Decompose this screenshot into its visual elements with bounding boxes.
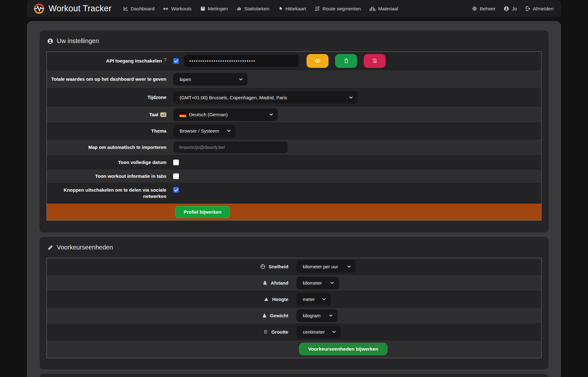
units-panel: Voorkeurseenheden Snelheid kilometer per… <box>40 237 548 369</box>
app-brand[interactable]: Workout Tracker <box>33 3 112 14</box>
distance-unit-select[interactable]: kilometer <box>297 277 339 289</box>
timezone-select[interactable]: (GMT+01:00) Brussels, Copenhagen, Madrid… <box>173 91 358 104</box>
nav-item-statistieken[interactable]: Statistieken <box>236 6 269 12</box>
setting-row-theme: Thema Browser / Systeem <box>47 123 541 139</box>
disable-social-label: Knoppen uitschakelen om te delen via soc… <box>47 187 173 199</box>
user-circle-icon <box>504 6 509 12</box>
dashboard-totals-select[interactable]: lopen <box>173 73 248 85</box>
units-panel-title: Voorkeurseenheden <box>47 244 542 251</box>
chevron-down-icon <box>326 281 334 285</box>
app-logo-icon <box>33 3 45 14</box>
api-key-field[interactable]: •••••••••••••••••••••••••••••• <box>183 54 299 68</box>
size-label: Grootte <box>271 329 288 335</box>
regenerate-api-key-button[interactable] <box>364 54 386 68</box>
nav-item-metingen[interactable]: Metingen <box>200 6 228 12</box>
language-select[interactable]: Deutsch (German) <box>173 108 278 121</box>
nav-item-hittekaart[interactable]: Hittekaart <box>278 6 306 12</box>
chart-line-icon <box>123 6 128 11</box>
theme-label: Thema <box>47 128 173 134</box>
workout-tabs-checkbox[interactable] <box>173 173 179 179</box>
dashboard-totals-label: Totale waardes om op het dashboard weer … <box>47 76 173 82</box>
api-access-checkbox[interactable] <box>173 58 179 64</box>
elevation-unit-select[interactable]: meter <box>297 293 331 306</box>
unit-row-speed: Snelheid kilometer per uur <box>47 258 541 275</box>
update-profile-button[interactable]: Profiel bijwerken <box>175 206 230 218</box>
setting-row-timezone: Tijdzone (GMT+01:00) Brussels, Copenhage… <box>47 88 541 106</box>
nav-item-dashboard[interactable]: Dashboard <box>123 6 155 12</box>
nav-menu: Dashboard Workouts Metingen Statistieken… <box>123 6 398 12</box>
partial-panel <box>40 374 548 377</box>
setting-row-disable-social: Knoppen uitschakelen om te delen via soc… <box>47 183 541 203</box>
workout-tabs-label: Toon workout informatie in tabs <box>47 173 173 179</box>
language-label: TaalA <box>47 112 173 118</box>
settings-table: API toegang inschakelen? •••••••••••••••… <box>46 52 542 221</box>
settings-panel-title: Uw instellingen <box>47 37 542 45</box>
speed-label: Snelheid <box>269 264 288 269</box>
nav-item-route-segmenten[interactable]: Route segmenten <box>315 6 361 12</box>
speed-unit-select[interactable]: kilometer per uur <box>297 260 356 273</box>
show-api-key-button[interactable] <box>307 54 329 68</box>
chevron-down-icon <box>265 112 273 117</box>
clipboard-icon <box>344 58 349 63</box>
units-submit-row: Voorkeurseenheden bijwerken <box>47 340 541 358</box>
svg-text:A: A <box>161 113 163 116</box>
help-icon[interactable]: ? <box>164 57 167 62</box>
chevron-down-icon <box>318 297 326 301</box>
weight-label: Gewicht <box>270 313 288 318</box>
theme-select[interactable]: Browser / Systeem <box>173 125 236 137</box>
full-dates-checkbox[interactable] <box>173 160 179 165</box>
weight-unit-select[interactable]: kilogram <box>297 309 338 322</box>
weight-scale-icon <box>200 6 206 11</box>
nav-item-materiaal[interactable]: Materiaal <box>369 6 398 12</box>
main-content: Uw instellingen API toegang inschakelen?… <box>27 21 561 377</box>
user-circle-icon <box>47 38 53 44</box>
distance-label: Afstand <box>271 280 288 286</box>
nav-item-workouts[interactable]: Workouts <box>163 6 191 12</box>
gauge-icon <box>260 264 265 269</box>
sign-out-icon <box>525 6 531 11</box>
unit-row-size: Grootte centimeter <box>47 324 541 340</box>
setting-row-full-dates: Toon volledige datum <box>47 155 541 169</box>
chevron-down-icon <box>325 314 333 318</box>
bar-chart-icon <box>236 6 242 11</box>
setting-row-api-access: API toegang inschakelen? •••••••••••••••… <box>47 52 541 70</box>
elevation-label: Hoogte <box>272 297 288 302</box>
nav-item-profile[interactable]: Jo <box>504 6 517 12</box>
flame-icon <box>278 6 283 11</box>
navbar: Workout Tracker Dashboard Workouts Metin… <box>27 0 561 17</box>
chevron-down-icon <box>235 77 243 81</box>
route-icon <box>315 6 320 11</box>
setting-row-dashboard-totals: Totale waardes om op het dashboard weer … <box>47 70 541 88</box>
person-height-icon <box>263 329 268 335</box>
import-folder-input[interactable]: /imports/jo@dwarfy.be/ <box>173 141 288 153</box>
settings-panel: Uw instellingen API toegang inschakelen?… <box>40 30 548 232</box>
bicycle-icon <box>369 6 376 11</box>
copy-api-key-button[interactable] <box>335 54 357 68</box>
unit-row-elevation: Hoogte meter <box>47 291 541 307</box>
chevron-down-icon <box>223 129 231 133</box>
nav-item-beheer[interactable]: Beheer <box>472 6 495 12</box>
size-unit-select[interactable]: centimeter <box>297 326 341 338</box>
app-title: Workout Tracker <box>49 4 112 14</box>
full-dates-label: Toon volledige datum <box>47 159 173 166</box>
mountain-icon <box>264 297 269 302</box>
settings-submit-row: Profiel bijwerken <box>47 203 541 220</box>
chevron-down-icon <box>343 265 351 269</box>
disable-social-checkbox[interactable] <box>173 187 179 193</box>
chevron-down-icon <box>345 96 353 100</box>
nav-right: Beheer Jo Afmelden <box>472 6 553 12</box>
api-access-label: API toegang inschakelen? <box>47 58 173 64</box>
language-icon: A <box>160 112 166 117</box>
timezone-label: Tijdzone <box>47 94 173 101</box>
setting-row-import-folder: Map om automatisch te importeren /import… <box>47 139 541 155</box>
nav-item-afmelden[interactable]: Afmelden <box>525 6 553 12</box>
german-flag-icon <box>179 112 186 117</box>
weight-hanging-icon <box>262 313 267 318</box>
update-units-button[interactable]: Voorkeurseenheden bijwerken <box>299 343 388 355</box>
chevron-down-icon <box>328 330 336 334</box>
setting-row-workout-tabs: Toon workout informatie in tabs <box>47 169 541 183</box>
rotate-icon <box>372 58 377 63</box>
unit-row-weight: Gewicht kilogram <box>47 307 541 324</box>
road-icon <box>262 280 268 286</box>
setting-row-language: TaalA Deutsch (German) <box>47 106 541 123</box>
